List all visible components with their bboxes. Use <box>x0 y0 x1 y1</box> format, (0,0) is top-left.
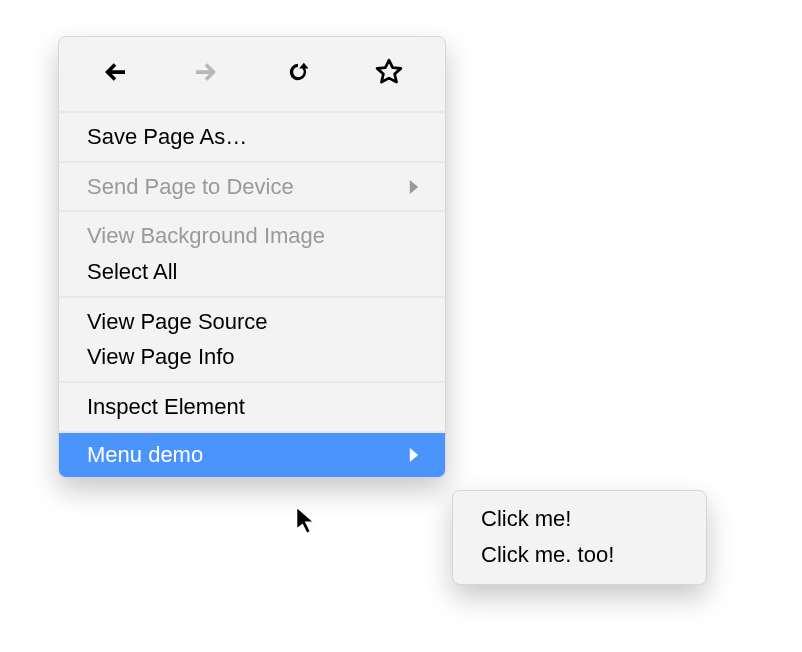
menu-item-label: View Page Info <box>87 342 235 372</box>
menu-item-view-page-source[interactable]: View Page Source <box>59 304 445 340</box>
menu-item-label: Click me! <box>481 504 571 534</box>
menu-item-label: Save Page As… <box>87 122 247 152</box>
menu-item-select-all[interactable]: Select All <box>59 254 445 290</box>
chevron-right-icon <box>407 448 421 462</box>
submenu-item-click-me[interactable]: Click me! <box>453 501 706 537</box>
menu-item-view-page-info[interactable]: View Page Info <box>59 339 445 375</box>
chevron-right-icon <box>407 180 421 194</box>
menu-item-view-background-image: View Background Image <box>59 218 445 254</box>
menu-item-send-page-to-device: Send Page to Device <box>59 169 445 205</box>
menu-item-inspect-element[interactable]: Inspect Element <box>59 389 445 425</box>
menu-item-label: Click me. too! <box>481 540 614 570</box>
menu-item-label: View Page Source <box>87 307 268 337</box>
menu-group: Menu demo <box>59 433 445 477</box>
star-icon <box>374 57 404 87</box>
bookmark-button[interactable] <box>372 55 406 89</box>
menu-group: View Background Image Select All <box>59 212 445 295</box>
menu-item-label: Send Page to Device <box>87 172 294 202</box>
menu-item-label: Menu demo <box>87 440 203 470</box>
forward-arrow-icon <box>191 57 221 87</box>
menu-group: Send Page to Device <box>59 163 445 211</box>
menu-item-label: Inspect Element <box>87 392 245 422</box>
cursor-icon <box>295 506 319 536</box>
menu-group: View Page Source View Page Info <box>59 298 445 381</box>
menu-item-menu-demo[interactable]: Menu demo <box>59 433 445 477</box>
navigation-toolbar <box>59 37 445 111</box>
forward-button[interactable] <box>189 55 223 89</box>
submenu: Click me! Click me. too! <box>452 490 707 585</box>
menu-group: Inspect Element <box>59 383 445 431</box>
reload-icon <box>284 58 312 86</box>
back-button[interactable] <box>98 55 132 89</box>
submenu-item-click-me-too[interactable]: Click me. too! <box>453 537 706 573</box>
menu-item-label: View Background Image <box>87 221 325 251</box>
reload-button[interactable] <box>281 55 315 89</box>
menu-item-save-page-as[interactable]: Save Page As… <box>59 119 445 155</box>
menu-item-label: Select All <box>87 257 178 287</box>
menu-group: Save Page As… <box>59 113 445 161</box>
context-menu: Save Page As… Send Page to Device View B… <box>58 36 446 478</box>
back-arrow-icon <box>100 57 130 87</box>
